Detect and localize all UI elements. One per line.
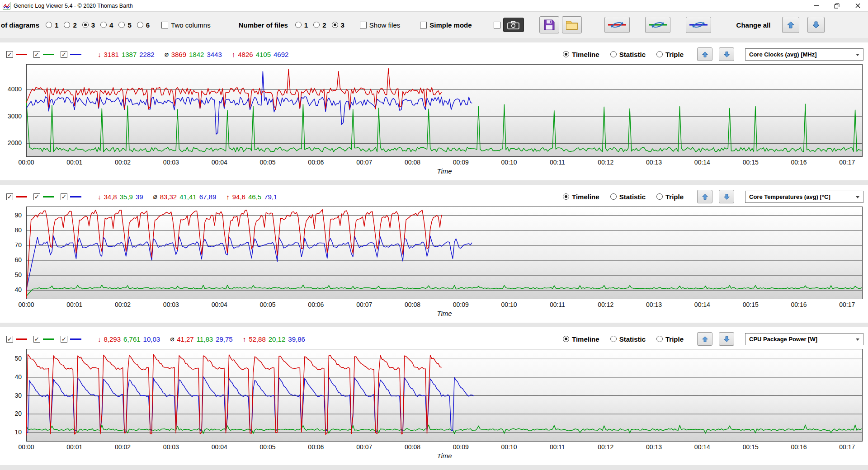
radio-icon [656, 193, 663, 200]
plot-area[interactable] [26, 64, 863, 157]
y-tick-label: 2000 [1, 139, 22, 146]
x-tick-label: 00:12 [598, 443, 613, 451]
min-icon: ↓ [98, 51, 101, 58]
diagram-count-option-2[interactable]: 2 [64, 21, 76, 29]
radio-icon [313, 22, 320, 28]
plot-container[interactable] [26, 64, 863, 157]
minimize-button[interactable] [806, 0, 826, 11]
x-tick-label: 00:06 [308, 159, 324, 166]
max-stats: ↑94,646,579,1 [226, 193, 277, 201]
diagram-count-option-3[interactable]: 3 [82, 21, 95, 29]
checkbox-checked-icon [33, 51, 40, 58]
series-toggle-red[interactable] [6, 193, 27, 200]
max-stats: ↑482641054692 [232, 51, 289, 58]
change-all-down-button[interactable] [807, 17, 825, 33]
metric-dropdown[interactable]: Core Clocks (avg) [MHz] [745, 48, 863, 61]
diagram-count-option-6[interactable]: 6 [137, 21, 150, 29]
restore-button[interactable] [826, 0, 847, 11]
toolbar: of diagrams 1 2 3 4 5 6 Two columns Numb… [0, 12, 868, 38]
x-tick-label: 00:15 [743, 443, 759, 451]
title-bar: Generic Log Viewer 5.4 - © 2020 Thomas B… [0, 0, 868, 12]
view-statistic-radio[interactable]: Statistic [610, 51, 646, 58]
radio-icon [64, 22, 70, 28]
metric-dropdown[interactable]: Core Temperatures (avg) [°C] [745, 191, 863, 203]
move-down-button[interactable] [719, 190, 734, 203]
sync-blue-button[interactable] [686, 17, 711, 33]
series-toggle-red[interactable] [6, 336, 27, 343]
plot-area[interactable] [26, 349, 863, 442]
view-statistic-radio[interactable]: Statistic [610, 193, 646, 201]
series-toggle-blue[interactable] [61, 336, 81, 343]
metric-dropdown[interactable]: CPU Package Power [W] [745, 333, 863, 345]
simple-mode-checkbox[interactable]: Simple mode [420, 21, 472, 29]
two-columns-checkbox[interactable]: Two columns [161, 21, 211, 29]
view-timeline-radio[interactable]: Timeline [563, 335, 599, 343]
radio-icon [46, 22, 52, 28]
change-all-up-button[interactable] [782, 17, 799, 33]
file-count-option-1[interactable]: 1 [295, 21, 308, 29]
y-tick-label: 80 [1, 226, 22, 234]
x-tick-label: 00:09 [453, 443, 469, 451]
max-icon: ↑ [232, 51, 236, 58]
view-triple-radio[interactable]: Triple [656, 335, 684, 343]
checkbox-checked-icon [61, 51, 67, 58]
avg-icon: ⌀ [153, 193, 157, 201]
open-file-button[interactable] [562, 16, 582, 33]
diagram-count-option-1[interactable]: 1 [46, 21, 58, 29]
x-axis-title: Time [26, 310, 863, 319]
view-statistic-radio[interactable]: Statistic [610, 335, 646, 343]
checkbox-icon [420, 22, 427, 28]
save-button[interactable] [539, 16, 559, 33]
sync-red-button[interactable] [604, 17, 630, 33]
series-toggle-green[interactable] [33, 51, 54, 58]
file-count-option-2[interactable]: 2 [313, 21, 326, 29]
view-timeline-radio[interactable]: Timeline [563, 193, 599, 201]
sync-green-button[interactable] [645, 17, 670, 33]
x-tick-label: 00:14 [694, 301, 710, 308]
move-up-button[interactable] [697, 332, 712, 346]
plot-container[interactable] [26, 349, 863, 442]
x-tick-label: 00:08 [405, 301, 420, 308]
camera-icon [507, 21, 519, 29]
show-files-checkbox[interactable]: Show files [360, 21, 400, 29]
x-tick-label: 00:10 [501, 443, 517, 451]
move-up-button[interactable] [697, 190, 712, 203]
move-up-button[interactable] [697, 47, 712, 61]
x-tick-label: 00:06 [308, 443, 324, 451]
x-tick-label: 00:09 [453, 301, 469, 308]
x-tick-label: 00:17 [839, 301, 855, 308]
series-toggle-red[interactable] [6, 51, 27, 58]
checkbox-checked-icon [33, 193, 40, 200]
view-timeline-radio[interactable]: Timeline [563, 51, 599, 58]
diagram-count-option-4[interactable]: 4 [100, 21, 113, 29]
chart-panel-core-clocks: ↓318113872282 ⌀386918423443 ↑48264105469… [0, 42, 868, 180]
radio-selected-icon [563, 51, 569, 57]
window-title: Generic Log Viewer 5.4 - © 2020 Thomas B… [14, 3, 133, 9]
screenshot-checkbox[interactable] [494, 22, 500, 28]
series-toggle-green[interactable] [33, 193, 54, 200]
radio-icon [610, 336, 617, 342]
file-count-option-3[interactable]: 3 [332, 21, 344, 29]
avg-stats: ⌀386918423443 [165, 50, 222, 58]
radio-icon [656, 51, 663, 57]
plot-area[interactable] [26, 207, 863, 299]
view-triple-radio[interactable]: Triple [656, 51, 684, 58]
arrow-down-icon [723, 193, 730, 200]
plot-container[interactable] [26, 207, 863, 299]
close-button[interactable] [847, 0, 868, 11]
close-icon [855, 3, 860, 8]
checkbox-icon [161, 22, 168, 28]
x-tick-label: 00:15 [743, 159, 759, 166]
x-tick-label: 00:11 [550, 159, 565, 166]
x-tick-label: 00:07 [356, 159, 372, 166]
checkbox-checked-icon [6, 193, 13, 200]
view-triple-radio[interactable]: Triple [656, 193, 684, 201]
move-down-button[interactable] [719, 47, 734, 61]
move-down-button[interactable] [719, 332, 734, 346]
series-toggle-green[interactable] [33, 336, 54, 343]
series-toggle-blue[interactable] [61, 51, 81, 58]
screenshot-button[interactable] [503, 18, 524, 32]
series-toggle-blue[interactable] [61, 193, 81, 200]
x-tick-label: 00:05 [260, 443, 276, 451]
diagram-count-option-5[interactable]: 5 [118, 21, 131, 29]
